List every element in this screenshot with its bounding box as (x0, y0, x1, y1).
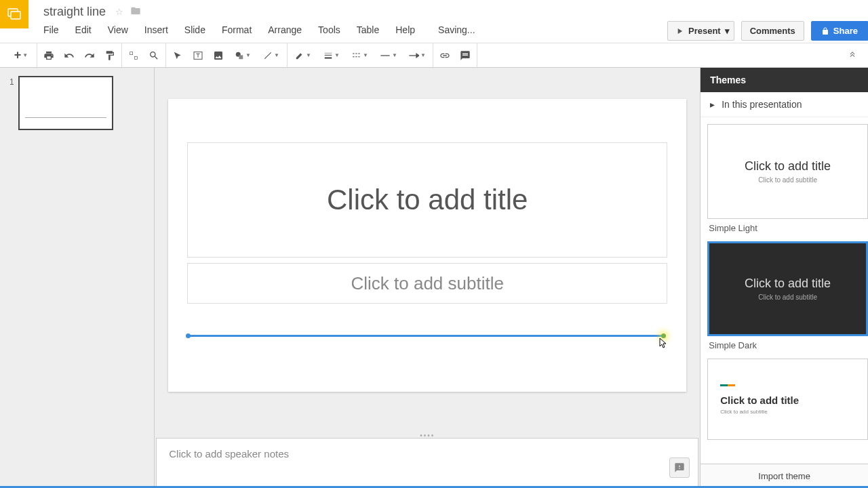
slides-logo[interactable] (0, 0, 28, 28)
toolbar: +▼ ▼ ▼ ▼ ▼ ▼ ▼ ▼ (0, 43, 868, 68)
theme-accent-bar (720, 384, 735, 386)
svg-rect-16 (358, 56, 359, 57)
theme-name-label: Simple Dark (707, 336, 868, 354)
menu-tools[interactable]: Tools (318, 22, 349, 38)
slide-number: 1 (9, 77, 14, 130)
zoom-icon[interactable] (146, 48, 161, 63)
paint-format-icon[interactable] (102, 48, 117, 63)
menu-insert[interactable]: Insert (144, 22, 176, 38)
title-placeholder-text: Click to add title (327, 184, 528, 216)
svg-rect-10 (325, 57, 332, 58)
canvas-area: Click to add title Click to add subtitle… (155, 68, 700, 488)
print-icon[interactable] (41, 48, 56, 63)
theme-preview-sub: Click to add subtitle (758, 293, 817, 301)
main-area: 1 Click to add title Click to add subtit… (0, 68, 868, 488)
svg-line-7 (264, 52, 271, 58)
chevron-right-icon: ▸ (710, 99, 715, 110)
document-title[interactable]: straight line (43, 5, 106, 19)
line-handle-start[interactable] (186, 333, 191, 338)
present-label: Present (688, 26, 721, 36)
speaker-notes[interactable]: Click to add speaker notes (156, 438, 698, 487)
menu-format[interactable]: Format (222, 22, 260, 38)
explore-button[interactable] (669, 458, 690, 478)
theme-simple-dark[interactable]: Click to add title Click to add subtitle… (707, 241, 868, 354)
collapse-toolbar-icon[interactable] (848, 48, 863, 63)
line-dash-icon[interactable]: ▼ (349, 48, 372, 63)
slide-thumbnail[interactable] (18, 76, 113, 130)
svg-rect-1 (11, 12, 20, 19)
themes-header: Themes (701, 68, 868, 92)
svg-rect-14 (353, 56, 354, 57)
slide-canvas[interactable]: Click to add title Click to add subtitle (168, 99, 686, 392)
share-button[interactable]: Share (811, 21, 868, 41)
undo-icon[interactable] (62, 48, 77, 63)
menu-file[interactable]: File (43, 22, 67, 38)
theme-preview-sub: Click to add subtitle (720, 409, 767, 415)
present-button[interactable]: Present (667, 21, 728, 41)
app-header: straight line ☆ File Edit View Insert Sl… (0, 0, 868, 43)
menu-table[interactable]: Table (357, 22, 387, 38)
select-tool-icon[interactable] (170, 48, 185, 63)
theme-preview-sub: Click to add subtitle (758, 176, 817, 184)
theme-simple-light[interactable]: Click to add title Click to add subtitle… (707, 124, 868, 237)
title-placeholder-box[interactable]: Click to add title (187, 142, 667, 258)
star-icon[interactable]: ☆ (115, 7, 123, 17)
filmstrip: 1 (0, 68, 155, 488)
cursor-icon (659, 338, 667, 350)
subtitle-placeholder-box[interactable]: Click to add subtitle (187, 263, 667, 304)
link-icon[interactable] (437, 48, 452, 63)
saving-status: Saving... (438, 22, 483, 38)
comment-icon[interactable] (458, 48, 473, 63)
svg-rect-9 (325, 54, 332, 55)
menu-bar: File Edit View Insert Slide Format Arran… (43, 22, 667, 38)
fit-icon[interactable] (126, 48, 141, 63)
theme-streamline[interactable]: Click to add title Click to add subtitle (707, 359, 868, 440)
notes-resize-handle[interactable]: •••• (155, 432, 700, 438)
theme-preview-title: Click to add title (720, 394, 799, 406)
comments-button[interactable]: Comments (741, 21, 804, 41)
new-slide-button[interactable]: +▼ (9, 48, 33, 63)
menu-edit[interactable]: Edit (75, 22, 100, 38)
svg-rect-11 (353, 53, 354, 54)
svg-rect-6 (239, 55, 243, 59)
menu-view[interactable]: View (108, 22, 136, 38)
svg-rect-12 (355, 53, 357, 54)
svg-rect-3 (134, 56, 137, 59)
line-end-icon[interactable]: ▼ (406, 48, 429, 63)
line-start-icon[interactable]: ▼ (377, 48, 400, 63)
import-theme-button[interactable]: Import theme (701, 464, 868, 488)
share-label: Share (833, 26, 858, 36)
svg-rect-13 (358, 53, 359, 54)
thumb-line (25, 117, 106, 118)
theme-name-label: Simple Light (707, 219, 868, 237)
themes-section-label: In this presentation (722, 99, 802, 110)
textbox-icon[interactable] (191, 48, 205, 63)
present-dropdown[interactable]: ▾ (721, 21, 734, 41)
subtitle-placeholder-text: Click to add subtitle (351, 273, 503, 294)
line-weight-icon[interactable]: ▼ (320, 48, 343, 63)
themes-panel: Themes ▸ In this presentation Click to a… (700, 68, 868, 488)
theme-preview-title: Click to add title (745, 277, 831, 291)
line-tool-icon[interactable]: ▼ (260, 48, 283, 63)
shape-icon[interactable]: ▼ (231, 48, 254, 63)
image-icon[interactable] (211, 48, 226, 63)
svg-rect-8 (325, 52, 332, 53)
line-color-icon[interactable]: ▼ (292, 48, 315, 63)
theme-preview-title: Click to add title (745, 159, 831, 174)
themes-section-toggle[interactable]: ▸ In this presentation (701, 92, 868, 117)
menu-arrange[interactable]: Arrange (268, 22, 310, 38)
folder-icon[interactable] (130, 5, 141, 18)
menu-slide[interactable]: Slide (184, 22, 214, 38)
svg-rect-2 (130, 52, 133, 54)
drawn-line-shape[interactable] (189, 335, 663, 337)
notes-placeholder: Click to add speaker notes (169, 448, 289, 460)
menu-help[interactable]: Help (395, 22, 423, 38)
redo-icon[interactable] (82, 48, 97, 63)
svg-rect-15 (355, 56, 357, 57)
